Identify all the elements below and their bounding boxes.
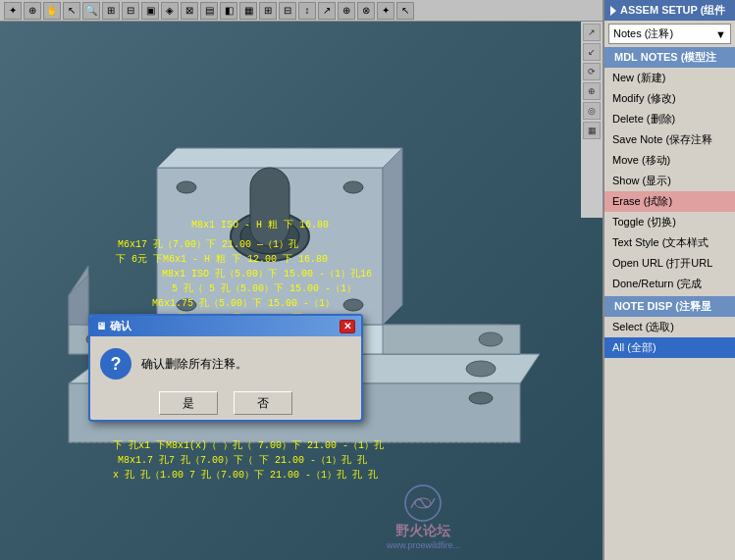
side-icons-panel: ↗ ↙ ⟳ ⊕ ◎ ▦ [581,22,603,218]
mdl-notes-label: MDL NOTES (模型注 [614,50,716,65]
dialog-close-button[interactable]: ✕ [340,320,355,333]
toolbar-icon-13[interactable]: ▦ [239,2,257,20]
side-icon-6[interactable]: ▦ [583,122,601,139]
notes-dropdown-arrow: ▼ [715,28,726,40]
svg-point-10 [469,392,493,404]
watermark-line2: www.proewildfire... [387,540,460,550]
side-icon-2[interactable]: ↙ [583,43,601,61]
notes-dropdown-label: Notes (注释) [613,26,673,41]
toolbar-icon-18[interactable]: ⊕ [338,2,355,20]
part-3d-model [10,70,579,511]
mdl-notes-header: MDL NOTES (模型注 [604,47,735,68]
toolbar-icon-16[interactable]: ↕ [298,2,316,20]
svg-point-14 [343,299,363,311]
notes-dropdown[interactable]: Notes (注释) ▼ [608,24,731,44]
svg-point-16 [343,181,363,193]
toolbar-icon-17[interactable]: ↗ [318,2,336,20]
svg-point-8 [466,361,496,377]
svg-point-15 [177,181,196,193]
toolbar-icon-14[interactable]: ⊞ [259,2,277,20]
menu-item-text-style[interactable]: Text Style (文本样式 [604,232,735,253]
dialog-message-text: 确认删除所有注释。 [141,356,247,373]
side-icon-3[interactable]: ⟳ [583,63,601,80]
menu-item-show[interactable]: Show (显示) [604,171,735,191]
side-icon-1[interactable]: ↗ [583,24,601,41]
toolbar-icon-12[interactable]: ◧ [220,2,237,20]
menu-item-save-note[interactable]: Save Note (保存注释 [604,129,735,150]
right-panel: ASSEM SETUP (组件 Notes (注释) ▼ MDL NOTES (… [603,0,735,560]
dialog-question-icon: ? [100,348,131,380]
watermark-line1: 野火论坛 [395,523,450,540]
menu-item-move[interactable]: Move (移动) [604,150,735,171]
svg-marker-6 [383,148,402,325]
toolbar: ✦ ⊕ ✋ ↖ 🔍 ⊞ ⊟ ▣ ◈ ⊠ ▤ ◧ ▦ ⊞ ⊟ ↕ ↗ ⊕ ⊗ ✦ … [0,0,603,22]
toolbar-icon-10[interactable]: ⊠ [181,2,198,20]
expand-icon [610,6,616,16]
toolbar-icon-7[interactable]: ⊟ [122,2,139,20]
svg-point-22 [479,332,502,346]
toolbar-icon-5[interactable]: 🔍 [82,2,100,20]
toolbar-icon-20[interactable]: ✦ [377,2,394,20]
svg-rect-17 [250,168,289,246]
dialog-buttons: 是 否 [90,387,361,423]
menu-item-toggle[interactable]: Toggle (切换) [604,212,735,232]
side-icon-4[interactable]: ⊕ [583,82,601,100]
side-icon-5[interactable]: ◎ [583,102,601,120]
toolbar-icon-3[interactable]: ✋ [43,2,61,20]
toolbar-icon-6[interactable]: ⊞ [102,2,120,20]
dialog-body: ? 确认删除所有注释。 [90,336,361,387]
toolbar-icon-cursor[interactable]: ↖ [396,2,414,20]
toolbar-icon-8[interactable]: ▣ [141,2,159,20]
toolbar-icon-11[interactable]: ▤ [200,2,218,20]
menu-item-erase[interactable]: Erase (拭除) [604,191,735,212]
confirmation-dialog: 🖥 确认 ✕ ? 确认删除所有注释。 是 否 [88,314,363,422]
toolbar-icon-9[interactable]: ◈ [161,2,179,20]
menu-item-select[interactable]: Select (选取) [604,317,735,337]
toolbar-icon-1[interactable]: ✦ [4,2,22,20]
svg-point-13 [177,299,196,311]
toolbar-icon-19[interactable]: ⊗ [357,2,375,20]
note-disp-label: NOTE DISP (注释显 [614,299,711,314]
menu-item-new[interactable]: New (新建) [604,68,735,88]
dialog-cancel-button[interactable]: 否 [234,391,292,415]
dialog-confirm-button[interactable]: 是 [159,391,218,415]
note-disp-header: NOTE DISP (注释显 [604,296,735,317]
viewport: M8x1 ISO - H 粗 下 16.80 M6x17 孔（7.00）下 21… [0,22,603,560]
dialog-app-icon: 🖥 [96,321,106,331]
menu-item-delete[interactable]: Delete (删除) [604,109,735,129]
assembly-setup-label: ASSEM SETUP (组件 [620,3,725,18]
assembly-setup-header: ASSEM SETUP (组件 [604,0,735,21]
watermark: 野火论坛 www.proewildfire... [387,484,460,550]
toolbar-icon-4[interactable]: ↖ [63,2,80,20]
menu-item-modify[interactable]: Modify (修改) [604,88,735,109]
dialog-title-left: 🖥 确认 [96,319,131,333]
toolbar-icon-2[interactable]: ⊕ [24,2,41,20]
dialog-titlebar: 🖥 确认 ✕ [90,316,361,336]
toolbar-icon-15[interactable]: ⊟ [279,2,296,20]
menu-item-done-return[interactable]: Done/Return (完成 [604,274,735,294]
dialog-title-text: 确认 [110,319,131,333]
menu-item-all[interactable]: All (全部) [604,337,735,358]
svg-marker-5 [157,148,402,168]
menu-item-open-url[interactable]: Open URL (打开URL [604,253,735,274]
